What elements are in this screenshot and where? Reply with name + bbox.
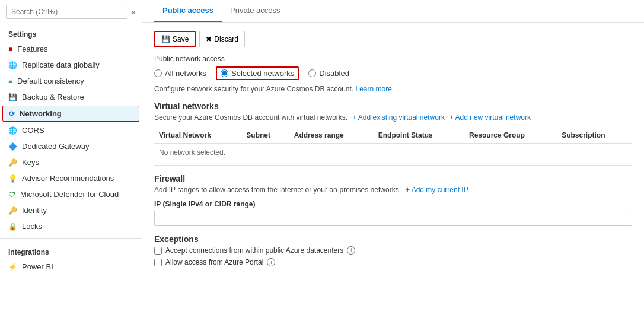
exceptions-section: Exceptions Accept connections from withi… <box>154 234 632 266</box>
cors-icon: 🌐 <box>8 126 17 135</box>
sidebar-item-keys[interactable]: 🔑Keys <box>0 154 142 170</box>
sidebar-item-label-powerbi: Power BI <box>22 262 53 271</box>
sidebar-item-label-keys: Keys <box>22 158 39 167</box>
no-network-text: No network selected. <box>154 144 632 162</box>
exception-azure-dc[interactable]: Accept connections from within public Az… <box>154 246 632 255</box>
learn-more-link[interactable]: Learn more. <box>355 85 394 93</box>
exception-azure-dc-checkbox[interactable] <box>154 247 162 255</box>
col-endpoint-status: Endpoint Status <box>374 128 464 144</box>
discard-icon: ✖ <box>206 35 212 43</box>
radio-selected-label: Selected networks <box>231 69 294 78</box>
radio-disabled[interactable]: Disabled <box>308 69 349 78</box>
virtual-networks-title: Virtual networks <box>154 101 632 111</box>
exception-azure-dc-label: Accept connections from within public Az… <box>165 246 343 255</box>
radio-all-networks[interactable]: All networks <box>154 69 206 78</box>
sidebar-item-label-gateway: Dedicated Gateway <box>22 142 89 151</box>
table-row-empty: No network selected. <box>154 144 632 162</box>
radio-selected-networks[interactable]: Selected networks <box>216 66 299 80</box>
sidebar-item-locks[interactable]: 🔒Locks <box>0 218 142 234</box>
sidebar-item-label-features: Features <box>17 45 47 53</box>
powerbi-icon: ⚡ <box>8 262 17 271</box>
col-address-range: Address range <box>289 128 374 144</box>
sidebar-item-label-locks: Locks <box>22 222 42 231</box>
sidebar-item-label-identity: Identity <box>22 206 47 215</box>
tab-private-access[interactable]: Private access <box>222 0 289 22</box>
sidebar-item-backup[interactable]: 💾Backup & Restore <box>0 89 142 105</box>
keys-icon: 🔑 <box>8 158 17 167</box>
radio-disabled-input[interactable] <box>308 69 316 77</box>
sidebar-item-label-backup: Backup & Restore <box>22 93 84 101</box>
sidebar-item-label-defender: Microsoft Defender for Cloud <box>20 190 119 199</box>
discard-label: Discard <box>214 35 238 43</box>
sidebar-item-label-networking: Networking <box>20 109 62 118</box>
sidebar-item-label-advisor: Advisor Recommendations <box>22 174 114 183</box>
sidebar-item-gateway[interactable]: 🔷Dedicated Gateway <box>0 138 142 154</box>
sidebar-section-settings: Settings■Features🌐Replicate data globall… <box>0 24 142 234</box>
col-resource-group: Resource Group <box>464 128 557 144</box>
sidebar-item-identity[interactable]: 🔑Identity <box>0 202 142 218</box>
locks-icon: 🔒 <box>8 222 17 231</box>
add-new-vnet-link[interactable]: + Add new virtual network <box>449 113 531 122</box>
radio-all-label: All networks <box>165 69 206 78</box>
networking-icon: ⟳ <box>9 109 15 118</box>
sidebar-item-replicate[interactable]: 🌐Replicate data globally <box>0 57 142 73</box>
replicate-icon: 🌐 <box>8 61 17 69</box>
virtual-networks-table: Virtual Network Subnet Address range End… <box>154 128 632 161</box>
firewall-title: Firewall <box>154 174 632 183</box>
sidebar-item-label-consistency: Default consistency <box>17 77 84 85</box>
sidebar-item-features[interactable]: ■Features <box>0 41 142 57</box>
add-my-ip-link[interactable]: + Add my current IP <box>406 186 468 194</box>
sidebar-item-powerbi[interactable]: ⚡Power BI <box>0 259 142 275</box>
sidebar-item-networking[interactable]: ⟳Networking <box>2 106 139 122</box>
azure-portal-info-icon[interactable]: i <box>267 258 275 266</box>
identity-icon: 🔑 <box>8 206 17 215</box>
col-virtual-network: Virtual Network <box>154 128 241 144</box>
azure-dc-info-icon[interactable]: i <box>347 246 355 255</box>
defender-icon: 🛡 <box>8 190 15 199</box>
save-button[interactable]: 💾 Save <box>154 31 196 47</box>
exception-azure-portal-checkbox[interactable] <box>154 259 162 266</box>
sidebar-section-label: Integrations <box>0 242 142 259</box>
ip-input[interactable] <box>154 211 632 226</box>
sidebar: « Settings■Features🌐Replicate data globa… <box>0 0 142 321</box>
radio-selected-input[interactable] <box>221 69 228 77</box>
toolbar: 💾 Save ✖ Discard <box>154 31 632 47</box>
firewall-desc: Add IP ranges to allow access from the i… <box>154 186 632 194</box>
collapse-button[interactable]: « <box>131 7 136 17</box>
exceptions-title: Exceptions <box>154 234 632 244</box>
col-subscription: Subscription <box>557 128 632 144</box>
sidebar-item-defender[interactable]: 🛡Microsoft Defender for Cloud <box>0 186 142 202</box>
save-icon: 💾 <box>161 35 170 43</box>
gateway-icon: 🔷 <box>8 142 17 151</box>
sidebar-section-integrations: Integrations⚡Power BI <box>0 242 142 275</box>
sidebar-item-label-cors: CORS <box>22 126 44 135</box>
backup-icon: 💾 <box>8 93 17 101</box>
save-label: Save <box>173 35 189 43</box>
consistency-icon: ≡ <box>8 77 12 85</box>
network-access-options: All networks Selected networks Disabled <box>154 66 632 80</box>
search-bar[interactable]: « <box>0 0 142 24</box>
main-panel: 💾 Save ✖ Discard Public network access A… <box>142 23 644 321</box>
sidebar-item-advisor[interactable]: 💡Advisor Recommendations <box>0 170 142 186</box>
search-input[interactable] <box>6 5 127 19</box>
exception-azure-portal[interactable]: Allow access from Azure Portal i <box>154 258 632 266</box>
discard-button[interactable]: ✖ Discard <box>199 31 245 47</box>
virtual-networks-desc: Secure your Azure Cosmos DB account with… <box>154 113 632 122</box>
ip-input-label: IP (Single IPv4 or CIDR range) <box>154 200 632 208</box>
firewall-section: Firewall Add IP ranges to allow access f… <box>154 174 632 226</box>
network-info-text: Configure network security for your Azur… <box>154 85 632 93</box>
exception-azure-portal-label: Allow access from Azure Portal <box>165 258 263 266</box>
radio-disabled-label: Disabled <box>319 69 349 78</box>
tab-public-access[interactable]: Public access <box>154 0 222 22</box>
sidebar-item-label-replicate: Replicate data globally <box>22 61 100 69</box>
tabs-bar: Public access Private access <box>142 0 644 23</box>
add-existing-vnet-link[interactable]: + Add existing virtual network <box>352 113 445 122</box>
public-network-label: Public network access <box>154 55 632 63</box>
sidebar-section-label: Settings <box>0 24 142 41</box>
radio-all-input[interactable] <box>154 69 162 77</box>
advisor-icon: 💡 <box>8 174 17 183</box>
col-subnet: Subnet <box>241 128 289 144</box>
sidebar-item-cors[interactable]: 🌐CORS <box>0 122 142 138</box>
features-icon: ■ <box>8 45 12 53</box>
sidebar-item-consistency[interactable]: ≡Default consistency <box>0 73 142 89</box>
